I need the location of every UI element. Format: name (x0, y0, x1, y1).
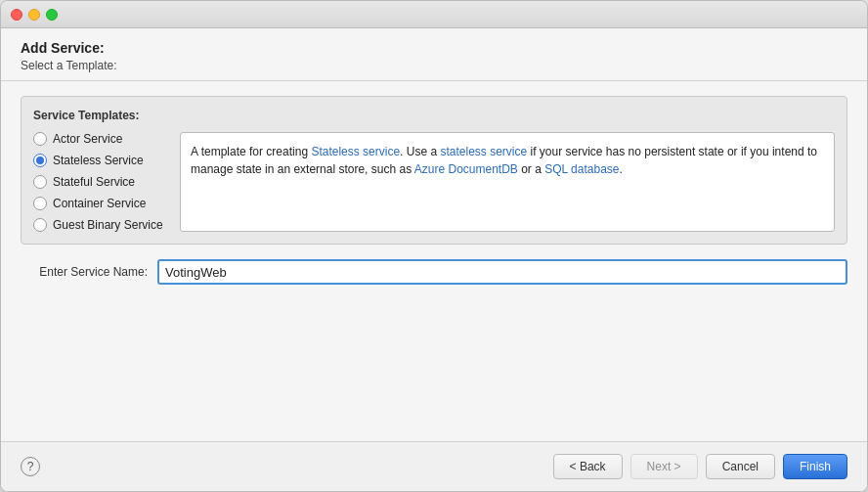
dialog-footer: ? < Back Next > Cancel Finish (1, 441, 867, 491)
radio-container-icon[interactable] (33, 197, 47, 210)
description-highlight-3: Azure DocumentDB (414, 162, 518, 176)
help-button[interactable]: ? (21, 457, 40, 476)
template-list: Actor Service Stateless Service Stateful… (33, 132, 170, 232)
description-highlight-1: Stateless service (311, 145, 400, 158)
traffic-lights (11, 9, 58, 21)
radio-container-service[interactable]: Container Service (33, 197, 170, 210)
dialog-content: Service Templates: Actor Service Statele… (1, 81, 867, 441)
dialog-window: Add Service: Select a Template: Service … (0, 0, 868, 492)
service-templates-section: Service Templates: Actor Service Statele… (21, 96, 847, 245)
cancel-button[interactable]: Cancel (706, 454, 775, 479)
radio-stateless-icon[interactable] (33, 154, 47, 167)
dialog-title: Add Service: (21, 40, 847, 56)
back-button[interactable]: < Back (553, 454, 623, 479)
maximize-button[interactable] (46, 9, 58, 21)
radio-actor-service[interactable]: Actor Service (33, 132, 170, 146)
service-name-input[interactable] (157, 259, 847, 285)
radio-guest-icon[interactable] (33, 218, 47, 232)
service-name-label: Enter Service Name: (21, 265, 148, 279)
title-bar (1, 1, 867, 28)
radio-stateful-icon[interactable] (33, 175, 47, 189)
next-button[interactable]: Next > (630, 454, 698, 479)
footer-right: < Back Next > Cancel Finish (553, 454, 847, 479)
section-title: Service Templates: (33, 109, 835, 122)
template-description: A template for creating Stateless servic… (180, 132, 835, 232)
radio-stateless-label: Stateless Service (53, 154, 144, 167)
content-spacer (21, 299, 847, 426)
radio-actor-label: Actor Service (53, 132, 122, 146)
radio-container-label: Container Service (53, 197, 146, 210)
dialog-header: Add Service: Select a Template: (1, 28, 867, 81)
radio-stateful-label: Stateful Service (53, 175, 135, 189)
description-highlight-2: stateless service (440, 145, 527, 158)
dialog-subtitle: Select a Template: (21, 59, 847, 72)
footer-left: ? (21, 457, 40, 476)
minimize-button[interactable] (28, 9, 40, 21)
radio-stateful-service[interactable]: Stateful Service (33, 175, 170, 189)
service-name-row: Enter Service Name: (21, 259, 847, 285)
radio-guest-binary-service[interactable]: Guest Binary Service (33, 218, 170, 232)
help-icon-label: ? (27, 460, 34, 473)
close-button[interactable] (11, 9, 22, 21)
description-highlight-4: SQL database (544, 162, 619, 176)
radio-actor-icon[interactable] (33, 132, 47, 146)
radio-stateless-service[interactable]: Stateless Service (33, 154, 170, 167)
templates-area: Actor Service Stateless Service Stateful… (33, 132, 835, 232)
radio-guest-label: Guest Binary Service (53, 218, 163, 232)
finish-button[interactable]: Finish (783, 454, 847, 479)
